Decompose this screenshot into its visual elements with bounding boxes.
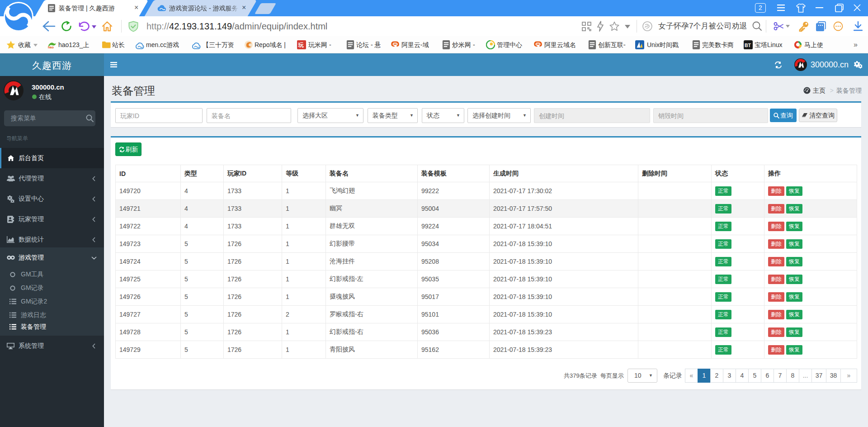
svg-text:hao: hao: [48, 45, 54, 49]
svg-text:BT: BT: [745, 43, 751, 48]
svg-text:玩: 玩: [297, 42, 304, 48]
